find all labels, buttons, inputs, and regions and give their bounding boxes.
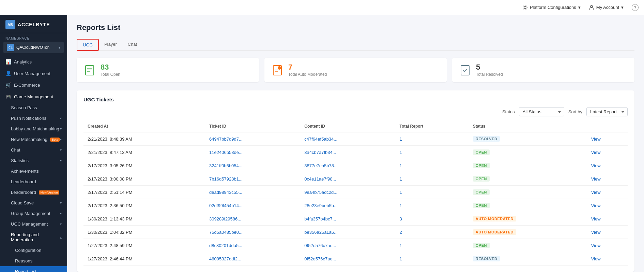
table-row: 2/17/2023, 3:00:08 PM 7b16d57928b1... 0c… <box>83 172 628 186</box>
cell-view[interactable]: View <box>587 172 628 186</box>
analytics-icon: 📊 <box>5 59 11 65</box>
cell-view[interactable]: View <box>587 252 628 266</box>
col-status: Status <box>469 120 587 132</box>
push-notifications-chevron: ▾ <box>60 116 62 120</box>
cell-status: OPEN <box>469 159 587 172</box>
namespace-name: QACloudNWOToni <box>16 45 50 50</box>
statistics-chevron: ▾ <box>60 159 62 162</box>
cell-content-id: 0f52e576c7ae... <box>300 252 395 266</box>
ugc-management-chevron: ▾ <box>60 222 62 226</box>
col-ticket-id: Ticket ID <box>205 120 300 132</box>
cell-status: AUTO MODERATED <box>469 212 587 226</box>
stat-cards: 83 Total Open 7 Total Auto Moderated <box>77 58 634 82</box>
new-matchmaking-badge: Beta <box>50 138 60 142</box>
cell-total-report: 1 <box>395 172 469 186</box>
my-account-nav[interactable]: My Account ▾ <box>589 5 624 10</box>
game-management-icon: 🎮 <box>5 94 11 99</box>
cell-view[interactable]: View <box>587 226 628 239</box>
stat-card-auto: 7 Total Auto Moderated <box>264 58 447 82</box>
cell-status: RESOLVED <box>469 252 587 266</box>
cell-total-report: 1 <box>395 252 469 266</box>
sidebar-item-user-management[interactable]: 👤 User Management <box>0 68 67 79</box>
svg-point-7 <box>278 66 281 70</box>
cell-view[interactable]: View <box>587 146 628 159</box>
sidebar-item-cloud-save[interactable]: Cloud Save ▾ <box>0 198 67 208</box>
cell-view[interactable]: View <box>587 186 628 199</box>
cell-total-report: 1 <box>395 186 469 199</box>
cell-view[interactable]: View <box>587 212 628 226</box>
col-action <box>587 120 628 132</box>
status-select[interactable]: All StatusOpenResolvedAuto Moderated <box>519 107 564 116</box>
reporting-chevron: ▴ <box>60 235 62 239</box>
page-title: Reports List <box>77 23 634 32</box>
sidebar-item-analytics[interactable]: 📊 Analytics <box>0 56 67 68</box>
namespace-chevron: ▾ <box>59 46 60 49</box>
cell-content-id: 3a4cb7a7fb34... <box>300 146 395 159</box>
new-matchmaking-chevron: ▾ <box>60 138 62 141</box>
cell-ticket-id: 3241ff0b6b054... <box>205 159 300 172</box>
cell-status: AUTO MODERATED <box>469 226 587 239</box>
stat-resolved-icon <box>459 64 471 76</box>
sidebar-item-lobby-matchmaking[interactable]: Lobby and Matchmaking ▾ <box>0 124 67 134</box>
help-button[interactable]: ? <box>632 4 639 11</box>
cell-ticket-id: 64947bb7d9d7... <box>205 132 300 146</box>
cell-content-id: c47f64ef5ab34... <box>300 132 395 146</box>
stat-auto-icon <box>271 64 283 76</box>
cell-content-id: 0f52e576c7ae... <box>300 239 395 252</box>
tab-ugc[interactable]: UGC <box>77 39 99 51</box>
namespace-selector[interactable]: CL QACloudNWOToni ▾ <box>3 42 64 53</box>
stat-resolved-label: Total Resolved <box>476 72 503 77</box>
stat-card-resolved: 5 Total Resolved <box>452 58 634 82</box>
svg-point-0 <box>524 6 526 9</box>
top-nav: Platform Configurations ▾ My Account ▾ ? <box>0 0 644 15</box>
cell-view[interactable]: View <box>587 199 628 212</box>
cell-view[interactable]: View <box>587 159 628 172</box>
sidebar-item-push-notifications[interactable]: Push Notifications ▾ <box>0 113 67 124</box>
tab-player[interactable]: Player <box>99 39 122 51</box>
sidebar-item-season-pass[interactable]: Season Pass <box>0 102 67 113</box>
sidebar-item-chat[interactable]: Chat ▾ <box>0 145 67 155</box>
sidebar-item-achievements[interactable]: Achievements <box>0 166 67 176</box>
cell-created-at: 2/21/2023, 8:47:13 AM <box>83 146 205 159</box>
cell-ticket-id: 11e2406b53de... <box>205 146 300 159</box>
table-section: UGC Tickets Status All StatusOpenResolve… <box>77 90 634 272</box>
lobby-chevron: ▾ <box>60 127 62 131</box>
cell-created-at: 2/21/2023, 8:48:39 AM <box>83 132 205 146</box>
platform-configurations-nav[interactable]: Platform Configurations ▾ <box>522 5 581 10</box>
stat-auto-info: 7 Total Auto Moderated <box>288 63 327 77</box>
stat-resolved-value: 5 <box>476 63 503 71</box>
sidebar-item-reporting-moderation[interactable]: Reporting and Moderation ▴ <box>0 229 67 245</box>
sidebar-item-ecommerce[interactable]: 🛒 E-Commerce <box>0 79 67 91</box>
cloud-save-chevron: ▾ <box>60 201 62 205</box>
sidebar-item-reasons[interactable]: Reasons <box>0 256 67 266</box>
sidebar-item-leaderboard[interactable]: Leaderboard <box>0 176 67 187</box>
sidebar-item-game-management[interactable]: 🎮 Game Management <box>0 91 67 102</box>
cell-view[interactable]: View <box>587 239 628 252</box>
svg-point-1 <box>591 5 593 8</box>
sidebar-item-leaderboard-new[interactable]: Leaderboard New Version <box>0 187 67 198</box>
sidebar-item-new-matchmaking[interactable]: New Matchmaking Beta ▾ <box>0 134 67 145</box>
sort-select[interactable]: Latest ReportOldest Report <box>586 107 628 116</box>
table-header-row: Created At Ticket ID Content ID Total Re… <box>83 120 628 132</box>
logo-text: ACCELBYTE <box>18 22 50 27</box>
cell-created-at: 1/30/2023, 1:04:32 PM <box>83 226 205 239</box>
table-row: 2/17/2023, 2:36:50 PM 02df99f454b14... 2… <box>83 199 628 212</box>
sidebar-item-configuration[interactable]: Configuration <box>0 245 67 256</box>
cell-content-id: 28e23e9beb5b... <box>300 199 395 212</box>
cell-view[interactable]: View <box>587 132 628 146</box>
cell-ticket-id: d8c80201dda5... <box>205 239 300 252</box>
tab-chat[interactable]: Chat <box>122 39 142 51</box>
tickets-table: Created At Ticket ID Content ID Total Re… <box>83 120 628 266</box>
sidebar-item-report-list[interactable]: Report List <box>0 266 67 272</box>
stat-open-info: 83 Total Open <box>101 63 120 77</box>
sidebar-item-statistics[interactable]: Statistics ▾ <box>0 155 67 166</box>
user-icon <box>589 5 594 10</box>
cell-ticket-id: 75d5a0485be0... <box>205 226 300 239</box>
sidebar-item-ugc-management[interactable]: UGC Management ▾ <box>0 219 67 229</box>
sidebar: AB ACCELBYTE NAMESPACE CL QACloudNWOToni… <box>0 15 67 272</box>
cell-content-id: 3877e7ea5b78... <box>300 159 395 172</box>
sidebar-item-group-management[interactable]: Group Management ▾ <box>0 208 67 219</box>
table-row: 1/27/2023, 2:48:59 PM d8c80201dda5... 0f… <box>83 239 628 252</box>
sidebar-logo: AB ACCELBYTE <box>0 15 67 33</box>
table-controls: Status All StatusOpenResolvedAuto Modera… <box>83 107 628 116</box>
